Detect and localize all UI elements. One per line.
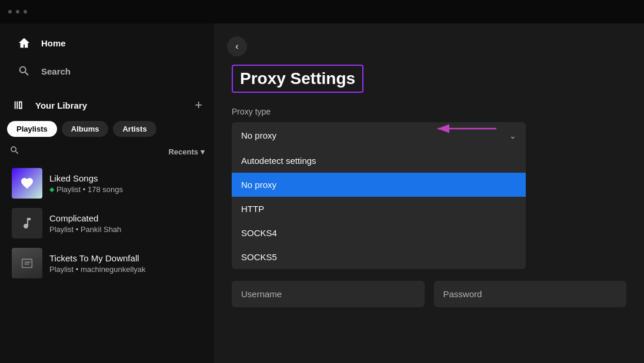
playlist-name: Liked Songs — [49, 173, 123, 183]
list-item[interactable]: Tickets To My Downfall Playlist • machin… — [5, 243, 209, 283]
playlist-meta: Playlist • machinegunkellyak — [49, 265, 146, 274]
page-title: Proxy Settings — [232, 65, 363, 93]
chevron-down-icon: ⌄ — [509, 131, 516, 140]
library-controls: Recents ▾ — [0, 143, 214, 163]
recents-label: Recents — [168, 147, 198, 156]
dropdown-selected-value: No proxy — [241, 130, 276, 140]
search-icon — [16, 63, 32, 79]
dropdown-option-socks4[interactable]: SOCKS4 — [232, 221, 526, 245]
sidebar-item-home[interactable]: Home — [5, 29, 209, 56]
green-dot-icon: ◆ — [49, 186, 54, 193]
dropdown-option-socks5[interactable]: SOCKS5 — [232, 245, 526, 269]
dot-1 — [8, 10, 12, 14]
username-input[interactable] — [232, 281, 425, 307]
sidebar-home-label: Home — [41, 38, 66, 48]
playlist-name: Tickets To My Downfall — [49, 253, 146, 263]
proxy-type-dropdown-container: No proxy ⌄ Autodetect settings No proxy — [232, 122, 526, 269]
playlist-info: Complicated Playlist • Pankil Shah — [49, 213, 121, 234]
list-item[interactable]: Complicated Playlist • Pankil Shah — [5, 203, 209, 243]
window-controls — [8, 10, 27, 14]
list-item[interactable]: Liked Songs ◆ Playlist • 178 songs — [5, 163, 209, 203]
library-search-icon[interactable] — [9, 145, 20, 159]
password-input[interactable] — [434, 281, 627, 307]
liked-songs-thumb — [12, 168, 42, 199]
playlist-meta: Playlist • Pankil Shah — [49, 225, 121, 234]
chevron-down-icon: ▾ — [201, 147, 205, 156]
playlist-info: Tickets To My Downfall Playlist • machin… — [49, 253, 146, 274]
main-layout: Home Search Your Library — [0, 23, 644, 363]
content-area: ‹ Proxy Settings Proxy type No proxy ⌄ A… — [214, 23, 644, 363]
playlist-list: Liked Songs ◆ Playlist • 178 songs Compl… — [0, 163, 214, 363]
library-header: Your Library + — [0, 90, 214, 117]
dropdown-option-noproxy[interactable]: No proxy — [232, 173, 526, 197]
credentials-row — [232, 281, 626, 307]
proxy-type-dropdown-trigger[interactable]: No proxy ⌄ — [232, 122, 526, 149]
sidebar: Home Search Your Library — [0, 23, 214, 363]
playlist-meta-text: Playlist • 178 songs — [56, 185, 123, 194]
playlist-meta: ◆ Playlist • 178 songs — [49, 185, 123, 194]
tickets-thumb — [12, 248, 42, 278]
playlist-meta-text: Playlist • Pankil Shah — [49, 225, 121, 234]
filter-chips: Playlists Albums Artists — [0, 117, 214, 143]
playlist-meta-text: Playlist • machinegunkellyak — [49, 265, 146, 274]
playlist-name: Complicated — [49, 213, 121, 223]
sidebar-nav: Home Search — [0, 23, 214, 90]
chip-playlists[interactable]: Playlists — [7, 121, 57, 137]
library-title: Your Library — [35, 100, 87, 110]
proxy-type-label: Proxy type — [232, 107, 626, 116]
back-chevron-icon: ‹ — [235, 41, 238, 52]
recents-sort-button[interactable]: Recents ▾ — [168, 147, 205, 156]
sidebar-item-search[interactable]: Search — [5, 58, 209, 85]
dropdown-option-autodetect[interactable]: Autodetect settings — [232, 149, 526, 173]
sidebar-search-label: Search — [41, 66, 71, 76]
proxy-type-dropdown-menu: Autodetect settings No proxy — [232, 149, 526, 269]
chip-artists[interactable]: Artists — [113, 121, 156, 137]
complicated-thumb — [12, 208, 42, 238]
chip-albums[interactable]: Albums — [62, 121, 109, 137]
library-add-button[interactable]: + — [195, 99, 202, 112]
title-bar — [0, 0, 644, 23]
dot-3 — [24, 10, 27, 14]
back-button[interactable]: ‹ — [227, 36, 247, 56]
library-icon — [12, 98, 27, 113]
dot-2 — [16, 10, 19, 14]
home-icon — [16, 35, 32, 51]
dropdown-option-http[interactable]: HTTP — [232, 197, 526, 221]
playlist-info: Liked Songs ◆ Playlist • 178 songs — [49, 173, 123, 194]
settings-content: Proxy Settings Proxy type No proxy ⌄ Aut… — [214, 23, 644, 363]
library-header-left: Your Library — [12, 98, 87, 113]
